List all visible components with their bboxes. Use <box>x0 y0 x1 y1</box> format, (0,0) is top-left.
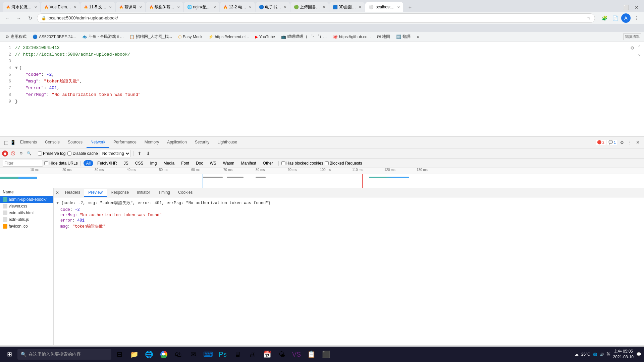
tab-8[interactable]: 🔵 电子书… ✕ <box>256 2 290 12</box>
devtools-close-icon[interactable]: ✕ <box>635 139 641 146</box>
pdf-icon[interactable]: 📄 <box>610 13 620 23</box>
filter-ws[interactable]: WS <box>207 160 219 166</box>
export-icon[interactable]: ⬇ <box>145 150 152 157</box>
bookmark-bilibili[interactable]: 📺 哔哩哔哩（ ゜- ゜）... <box>278 33 329 40</box>
blocked-cookies-checkbox[interactable]: Has blocked cookies <box>281 161 323 166</box>
tab-3[interactable]: 🔥 11-5 文… ✕ <box>80 2 115 12</box>
address-bar[interactable]: 🔒 localhost:5000/admin-upload-ebook/ ☆ <box>37 13 595 23</box>
collapse-triangle[interactable]: ▼ <box>56 201 59 205</box>
blocked-requests-input[interactable] <box>325 161 329 165</box>
tab-close-4[interactable]: ✕ <box>139 5 142 9</box>
tab-2[interactable]: 🔥 Vue Elem… ✕ <box>41 2 80 12</box>
blocked-requests-checkbox[interactable]: Blocked Requests <box>325 161 362 166</box>
preview-tab-headers[interactable]: Headers <box>61 189 84 197</box>
bookmark-element[interactable]: ⚡ https://element.el... <box>206 34 251 40</box>
tab-1[interactable]: 🔥 河水长流… ✕ <box>3 2 40 12</box>
tab-11[interactable]: ⚪ localhost… ✕ <box>365 2 403 12</box>
bookmark-easymock[interactable]: ⬡ Easy Mock <box>175 34 205 40</box>
taskbar-app-weather[interactable]: 🌤 <box>275 348 288 361</box>
tab-close-1[interactable]: ✕ <box>34 5 37 9</box>
tab-performance[interactable]: Performance <box>109 137 141 148</box>
filter-doc[interactable]: Doc <box>193 160 206 166</box>
extensions-icon[interactable]: 🧩 <box>600 13 609 23</box>
tab-close-9[interactable]: ✕ <box>323 5 325 9</box>
taskbar-app-cmd[interactable]: ⬛ <box>319 348 333 361</box>
filter-media[interactable]: Media <box>161 160 177 166</box>
tab-close-7[interactable]: ✕ <box>249 5 252 9</box>
tab-close-2[interactable]: ✕ <box>74 5 76 9</box>
clear-button[interactable]: 🚫 <box>10 150 16 157</box>
tab-close-5[interactable]: ✕ <box>177 5 180 9</box>
tab-memory[interactable]: Memory <box>141 137 163 148</box>
taskbar-search[interactable]: 🔍 在这里输入你要搜索的内容 <box>17 349 111 360</box>
tab-close-8[interactable]: ✕ <box>284 5 286 9</box>
tab-10[interactable]: 🟦 3D曲面… ✕ <box>329 2 365 12</box>
timeline-area[interactable]: 10 ms 20 ms 30 ms 40 ms 50 ms 60 ms 70 m… <box>0 168 644 188</box>
disable-cache-checkbox[interactable]: Disable cache <box>67 151 98 156</box>
devtools-settings-icon[interactable]: ⚙ <box>619 139 625 146</box>
search-button[interactable]: 🔍 <box>26 150 32 157</box>
notification-icon[interactable]: 💬 <box>636 352 641 357</box>
preview-tab-cookies[interactable]: Cookies <box>174 189 197 197</box>
filter-wasm[interactable]: Wasm <box>220 160 237 166</box>
bookmark-1[interactable]: 🔵 AS5202T-3BEF-24... <box>30 34 79 40</box>
start-button[interactable]: ⊞ <box>3 348 16 361</box>
collapse-arrows[interactable]: ⌃ ⌄ <box>638 45 641 57</box>
bookmark-translate[interactable]: 🔤 翻譯 <box>393 33 413 40</box>
blocked-cookies-input[interactable] <box>281 161 285 165</box>
preview-tab-preview[interactable]: Preview <box>84 189 107 197</box>
filter-other[interactable]: Other <box>260 160 276 166</box>
filter-all[interactable]: All <box>84 160 93 166</box>
reading-mode-icon[interactable]: 閱讀清單 <box>623 33 641 40</box>
tab-close-3[interactable]: ✕ <box>109 5 112 9</box>
taskbar-app-view[interactable]: ⊟ <box>113 348 126 361</box>
bookmark-github[interactable]: 🐙 https://github.co... <box>330 34 374 40</box>
close-button[interactable]: ✕ <box>632 3 641 12</box>
bookmark-more[interactable]: » <box>414 34 422 40</box>
disable-cache-input[interactable] <box>67 152 71 156</box>
file-item-4[interactable]: extn-utils.js <box>0 216 53 223</box>
import-icon[interactable]: ⬆ <box>136 150 143 157</box>
tab-7[interactable]: 🔥 12-2 电… ✕ <box>220 2 255 12</box>
tab-close-6[interactable]: ✕ <box>213 5 216 9</box>
reload-button[interactable]: ↻ <box>25 13 35 23</box>
taskbar-app-store[interactable]: 🛍 <box>172 348 185 361</box>
preview-tab-timing[interactable]: Timing <box>154 189 174 197</box>
bookmark-2[interactable]: 🐟 斗鱼 - 全民游戏直... <box>79 33 126 40</box>
bookmark-youtube[interactable]: ▶ YouTube <box>252 34 278 40</box>
forward-button[interactable]: → <box>14 13 23 23</box>
minimize-button[interactable]: — <box>610 3 620 12</box>
taskbar-app-vs[interactable]: VS <box>290 348 303 361</box>
bookmark-map[interactable]: 🗺 地圖 <box>374 33 393 40</box>
throttle-select[interactable]: No throttling <box>100 150 130 157</box>
network-filter-input[interactable] <box>3 160 43 167</box>
tab-application[interactable]: Application <box>163 137 191 148</box>
tab-network[interactable]: Network <box>87 137 109 148</box>
filter-js[interactable]: JS <box>121 160 131 166</box>
hide-data-urls-checkbox[interactable]: Hide data URLs <box>44 161 78 166</box>
filter-fetchxhr[interactable]: Fetch/XHR <box>95 160 120 166</box>
preserve-log-input[interactable] <box>38 152 42 156</box>
tab-close-11[interactable]: ✕ <box>397 5 400 9</box>
profile-icon[interactable]: A <box>621 13 631 23</box>
file-item-5[interactable]: favicon.ico <box>0 223 53 230</box>
file-item-3[interactable]: extn-utils.html <box>0 209 53 216</box>
preview-tab-response[interactable]: Response <box>107 189 133 197</box>
taskbar-app-print[interactable]: 🖨 <box>246 348 259 361</box>
preview-close-button[interactable]: ✕ <box>54 190 61 196</box>
filter-img[interactable]: Img <box>147 160 159 166</box>
filter-toggle[interactable]: ⚙ <box>18 150 24 157</box>
devtools-more-icon[interactable]: ⋮ <box>627 139 633 146</box>
taskbar-app-terminal[interactable]: 🖥 <box>231 348 244 361</box>
tab-5[interactable]: 🔥 续集3-慕… ✕ <box>146 2 183 12</box>
tab-close-10[interactable]: ✕ <box>359 5 361 9</box>
tab-security[interactable]: Security <box>191 137 213 148</box>
devtools-inspect-icon[interactable]: ⬚ <box>3 139 9 146</box>
filter-css[interactable]: CSS <box>132 160 146 166</box>
filter-manifest[interactable]: Manifest <box>238 160 259 166</box>
hide-data-urls-input[interactable] <box>44 161 48 165</box>
taskbar-app-ps[interactable]: Ps <box>216 348 229 361</box>
taskbar-app-mail[interactable]: ✉ <box>186 348 200 361</box>
tab-console[interactable]: Console <box>41 137 64 148</box>
taskbar-app-edge[interactable]: 🌐 <box>142 348 156 361</box>
